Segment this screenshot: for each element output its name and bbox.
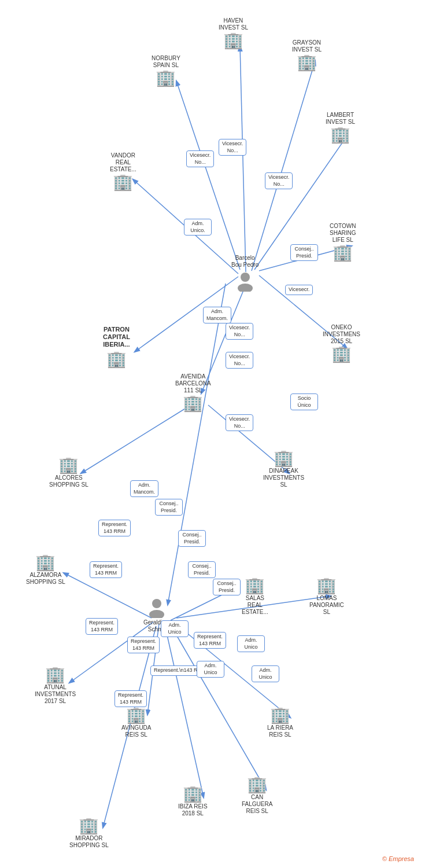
vicesecr-badge-3[interactable]: Vicesecr.No... [265, 172, 293, 189]
represent-badge-7[interactable]: Represent.143 RRM [115, 690, 147, 707]
adm-mancom-badge-1[interactable]: Adm.Mancom. [203, 307, 231, 323]
consej-presid-badge-2[interactable]: Consej..Presid. [155, 499, 183, 516]
oneko-invest-node[interactable]: ONEKOINVESTMENS2015 SL 🏢 [323, 324, 360, 362]
alcores-shopping-node[interactable]: 🏢 ALCORESSHOPPING SL [49, 457, 88, 488]
adm-unico-label-4: Adm.Unico [197, 661, 224, 678]
adm-mancom-label-1: Adm.Mancom. [203, 307, 231, 323]
represent-badge-3[interactable]: Represent.143 RRM [86, 618, 118, 635]
adm-unico-badge-5[interactable]: Adm.Unico [252, 665, 279, 682]
mirador-shopping-node[interactable]: 🏢 MIRADORSHOPPING SL [69, 818, 109, 849]
consej-presid-label-2: Consej..Presid. [155, 499, 183, 516]
graph-container: HAVENINVEST SL 🏢 GRAYSONINVEST SL 🏢 NORB… [0, 0, 421, 868]
svg-line-2 [176, 81, 240, 270]
adm-mancom-label-2: Adm.Mancom. [130, 480, 158, 497]
adm-mancom-badge-2[interactable]: Adm.Mancom. [130, 480, 158, 497]
can-falguera-icon: 🏢 [247, 777, 267, 793]
represent-badge-2[interactable]: Represent.143 RRM [90, 561, 122, 578]
cotown-sharing-icon: 🏢 [333, 245, 353, 261]
patron-capital-icon: 🏢 [106, 351, 127, 367]
adm-unico-badge-1[interactable]: Adm.Unico. [184, 219, 212, 236]
represent-label-1: Represent.143 RRM [98, 520, 131, 536]
lomas-panoramic-label: LOMASPANORAMICSL [309, 595, 344, 616]
vicesecr-label-1: Vicesecr.No... [219, 139, 246, 156]
atunal-invest-node[interactable]: 🏢 ATUNALINVESTMENTS2017 SL [35, 667, 76, 705]
adm-unico-label-1: Adm.Unico. [184, 219, 212, 236]
socio-unico-label: SocioÚnico [290, 393, 318, 410]
norbury-spain-node[interactable]: NORBURYSPAIN SL 🏢 [152, 55, 180, 86]
salas-real-node[interactable]: 🏢 SALASREALESTATE... [213, 578, 268, 616]
adm-unico-badge-3[interactable]: Adm.Unico [237, 635, 265, 652]
norbury-spain-label: NORBURYSPAIN SL [152, 55, 180, 69]
consej-presid-badge-3[interactable]: Consej..Presid. [178, 530, 206, 547]
patron-capital-label: PATRONCAPITALIBERIA... [103, 326, 130, 349]
alcores-shopping-icon: 🏢 [58, 457, 79, 473]
avenida-barcelona-icon: 🏢 [183, 395, 203, 411]
patron-capital-node[interactable]: PATRONCAPITALIBERIA... 🏢 [103, 326, 130, 367]
svg-line-20 [168, 284, 226, 605]
atunal-invest-icon: 🏢 [45, 667, 65, 683]
cotown-sharing-node[interactable]: COTOWNSHARINGLIFE SL 🏢 [330, 223, 356, 261]
ibiza-reis-label: IBIZA REIS2018 SL [178, 803, 208, 817]
represent-label-7: Represent.143 RRM [115, 690, 147, 707]
haven-invest-icon: 🏢 [223, 32, 243, 49]
represent-badge-1[interactable]: Represent.143 RRM [98, 520, 131, 536]
ibiza-reis-icon: 🏢 [183, 786, 203, 802]
adm-unico-badge-4[interactable]: Adm.Unico [197, 661, 224, 678]
norbury-spain-icon: 🏢 [156, 70, 176, 86]
svg-line-10 [81, 405, 191, 473]
avinguda-reis-label: AVINGUDAREIS SL [121, 724, 152, 738]
vandor-real-label: VANDORREALESTATE... [110, 152, 136, 173]
vicesecr-no-label-3: Vicesecr.No... [226, 414, 253, 431]
vicesecr-label-4: Vicesecr. [285, 285, 313, 295]
vicesecr-badge-1[interactable]: Vicesecr.No... [219, 139, 246, 156]
grayson-invest-icon: 🏢 [297, 54, 317, 71]
dinapeak-node[interactable]: 🏢 DINAPEAKINVESTMENTSSL [263, 450, 304, 488]
alzamora-shopping-label: ALZAMORASHOPPING SL [26, 572, 65, 586]
vicesecr-badge-2[interactable]: Vicesecr.No... [186, 150, 214, 167]
consej-presid-badge-4[interactable]: Consej..Presid. [188, 561, 216, 578]
adm-unico-badge-2[interactable]: Adm.Unico [161, 620, 189, 637]
vicesecr-no-badge-1[interactable]: Vicesecr.No... [226, 323, 253, 340]
dinapeak-label: DINAPEAKINVESTMENTSSL [263, 468, 304, 488]
represent-label-3: Represent.143 RRM [86, 618, 118, 635]
copyright-text: © Empresa [382, 855, 414, 862]
haven-invest-label: HAVENINVEST SL [219, 17, 248, 31]
vicesecr-no-badge-2[interactable]: Vicesecr.No... [226, 352, 253, 369]
vandor-real-node[interactable]: VANDORREALESTATE... 🏢 [110, 152, 136, 190]
svg-line-17 [165, 625, 204, 797]
represent-badge-4[interactable]: Represent.143 RRM [127, 637, 160, 653]
avinguda-reis-icon: 🏢 [126, 707, 146, 723]
consej-presid-badge-1[interactable]: Consej..Presid. [290, 244, 318, 261]
vicesecr-badge-4[interactable]: Vicesecr. [285, 285, 313, 295]
lambert-invest-label: LAMBERTINVEST SL [326, 112, 355, 126]
socio-unico-badge[interactable]: SocioÚnico [290, 393, 318, 410]
barcelo-person-node[interactable]: BarceloBou Pedro [231, 255, 258, 292]
svg-line-0 [240, 46, 246, 272]
avenida-barcelona-node[interactable]: AVENIDABARCELONA111 SL 🏢 [175, 373, 211, 411]
adm-unico-label-5: Adm.Unico [252, 665, 279, 682]
avinguda-reis-node[interactable]: 🏢 AVINGUDAREIS SL [121, 707, 152, 738]
la-riera-reis-label: LA RIERAREIS SL [267, 724, 293, 738]
vicesecr-no-label-1: Vicesecr.No... [226, 323, 253, 340]
avenida-barcelona-label: AVENIDABARCELONA111 SL [175, 373, 211, 394]
vicesecr-no-badge-3[interactable]: Vicesecr.No... [226, 414, 253, 431]
consej-presid-label-4: Consej..Presid. [188, 561, 216, 578]
svg-point-21 [241, 273, 250, 282]
ibiza-reis-node[interactable]: 🏢 IBIZA REIS2018 SL [178, 786, 208, 817]
barcelo-avatar [235, 271, 256, 292]
svg-point-24 [149, 610, 164, 618]
geraldine-avatar [146, 597, 167, 618]
lambert-invest-node[interactable]: LAMBERTINVEST SL 🏢 [326, 112, 355, 143]
represent-label-2: Represent.143 RRM [90, 561, 122, 578]
vandor-real-icon: 🏢 [113, 174, 133, 190]
represent-badge-5[interactable]: Represent.143 RRM [194, 632, 226, 649]
svg-point-22 [238, 284, 253, 292]
represent-label-4: Represent.143 RRM [127, 637, 160, 653]
la-riera-reis-node[interactable]: 🏢 LA RIERAREIS SL [267, 707, 293, 738]
haven-invest-node[interactable]: HAVENINVEST SL 🏢 [219, 17, 248, 49]
svg-point-23 [152, 599, 161, 608]
lomas-panoramic-node[interactable]: 🏢 LOMASPANORAMICSL [309, 578, 344, 616]
grayson-invest-node[interactable]: GRAYSONINVEST SL 🏢 [292, 39, 322, 71]
can-falguera-node[interactable]: 🏢 CANFALGUERAREIS SL [242, 777, 272, 815]
alzamora-shopping-node[interactable]: 🏢 ALZAMORASHOPPING SL [26, 554, 65, 586]
